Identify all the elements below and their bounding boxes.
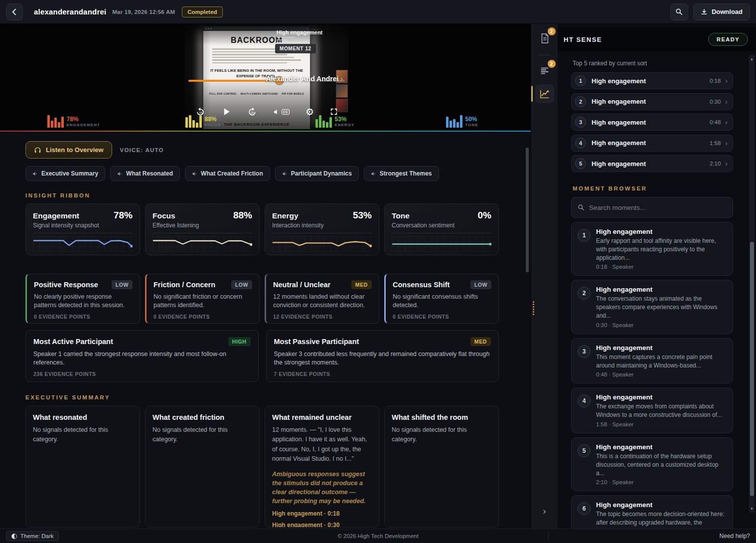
engagement-sparkline (33, 236, 133, 252)
signal-card-neutral-unclear: Neutral / UnclearMED 12 moments landed w… (265, 274, 379, 324)
signal-title: Positive Response (34, 281, 98, 289)
chevron-left-icon (10, 8, 18, 16)
copyright-text: © 2026 High Tech Development (0, 533, 756, 539)
chip-strongest-themes[interactable]: Strongest Themes (364, 166, 439, 181)
rail-transcript-button[interactable]: 2 (535, 61, 554, 80)
top5-time: 1:58 (710, 140, 721, 146)
rail-insights-button[interactable] (535, 84, 554, 103)
session-link[interactable]: Alexander And Andrei › (266, 75, 343, 83)
ready-status-badge[interactable]: READY (708, 33, 748, 46)
summary-body: No signals detected for this category. (152, 425, 252, 445)
chip-participant-dynamics[interactable]: Participant Dynamics (275, 166, 359, 181)
summary-card-friction: What created friction No signals detecte… (145, 406, 260, 528)
chip-executive-summary[interactable]: Executive Summary (25, 166, 105, 181)
scrollbar-thumb[interactable] (526, 148, 529, 272)
notification-badge: 2 (548, 60, 556, 68)
chip-label: Strongest Themes (380, 170, 432, 177)
rank-badge: 2 (578, 287, 591, 300)
download-label: Download (712, 8, 743, 15)
listen-overview-label: Listen to Overview (46, 146, 104, 154)
moment-card-5[interactable]: 5 High engagement This is a continuation… (571, 437, 733, 491)
download-button[interactable]: Download (693, 3, 750, 20)
rail-notes-button[interactable]: 2 (535, 29, 554, 48)
evidence-count: 7 EVIDENCE POINTS (274, 371, 491, 377)
level-badge: LOW (112, 280, 133, 289)
top5-item-2[interactable]: 2 High engagement 0:30 › (571, 93, 733, 110)
moment-meta: 0:18 · Speaker (596, 264, 727, 270)
insight-value: 0% (478, 210, 491, 221)
signal-title: Friction / Concern (153, 281, 215, 289)
evidence-count: 0 EVIDENCE POINTS (34, 314, 133, 320)
tool-rail: 2 2 › (531, 24, 558, 529)
summary-card-resonated: What resonated No signals detected for t… (25, 406, 140, 528)
insight-cards: Engagement78% Signal intensity snapshot … (25, 203, 499, 255)
listen-overview-button[interactable]: Listen to Overview (25, 141, 112, 159)
moment-description: The exchange moves from complaints about… (596, 402, 727, 419)
moment-description: Early rapport and tool affinity are visi… (596, 237, 727, 262)
volume-captions-button[interactable]: CC (273, 108, 290, 116)
search-button[interactable] (670, 3, 688, 20)
insight-ribbon-heading: INSIGHT RIBBON (25, 192, 499, 198)
speaker-icon (371, 171, 376, 177)
energy-bars-icon (315, 115, 332, 128)
metric-engagement[interactable]: 78%ENGAGEMENT (47, 115, 100, 128)
ht-sense-sidebar: HT SENSE READY Top 5 ranked by current s… (558, 24, 756, 529)
metric-focus[interactable]: 88%FOCUS (185, 115, 221, 128)
scroll-down-arrow[interactable]: ▼ (749, 506, 755, 512)
collapse-panel-button[interactable]: › (543, 506, 546, 517)
help-link[interactable]: Need help? (720, 533, 750, 540)
main-scrollbar[interactable] (526, 140, 529, 526)
top5-caption: Top 5 ranked by current sort (573, 60, 733, 67)
metric-label: ENGAGEMENT (67, 123, 100, 127)
signal-description: No significant consensus shifts detected… (393, 293, 491, 310)
top5-item-3[interactable]: 3 High engagement 0:48 › (571, 114, 733, 131)
speaker-icon (117, 171, 123, 177)
signal-title: Neutral / Unclear (273, 281, 330, 289)
top5-item-1[interactable]: 1 High engagement 0:18 › (571, 72, 733, 89)
participant-cards: Most Active ParticipantHIGH Speaker 1 ca… (25, 330, 499, 382)
moment-card-1[interactable]: 1 High engagement Early rapport and tool… (571, 222, 733, 276)
download-icon (701, 8, 708, 15)
moment-search[interactable] (571, 197, 733, 218)
drag-handle-dots[interactable] (533, 301, 534, 315)
participant-description: Speaker 3 contributed less frequently an… (274, 350, 491, 367)
rank-badge: 4 (575, 138, 586, 149)
moment-card-3[interactable]: 3 High engagement This moment captures a… (571, 338, 733, 384)
moment-card-4[interactable]: 4 High engagement The exchange moves fro… (571, 387, 733, 433)
top5-item-4[interactable]: 4 High engagement 1:58 › (571, 135, 733, 152)
top5-label: High engagement (592, 139, 646, 147)
most-passive-participant-card: Most Passive ParticipantMED Speaker 3 co… (266, 330, 499, 382)
metric-energy[interactable]: 53%ENERGY (315, 115, 354, 128)
tone-sparkline (392, 236, 491, 252)
metric-tone[interactable]: 50%TONE (446, 115, 478, 128)
chip-what-resonated[interactable]: What Resonated (110, 166, 180, 181)
evidence-count: 0 EVIDENCE POINTS (393, 314, 491, 320)
svg-text:15: 15 (199, 111, 202, 114)
moment-search-input[interactable] (589, 204, 727, 211)
session-label: Alexander And Andrei (266, 75, 338, 83)
moment-meta: 1:58 · Speaker (596, 421, 727, 427)
top5-time: 0:30 (710, 99, 721, 105)
summary-note: Ambiguous responses suggest the stimulus… (272, 470, 372, 506)
chip-label: Participant Dynamics (291, 170, 352, 177)
moment-card-6[interactable]: 6 High engagement The topic becomes more… (571, 495, 733, 529)
back-button[interactable] (6, 3, 23, 20)
app-root: alexanderandandrei Mar 19, 2026 12:56 AM… (0, 0, 756, 543)
fullscreen-button[interactable] (330, 108, 338, 116)
top5-item-5[interactable]: 5 High engagement 2:10 › (571, 155, 733, 172)
scroll-up-arrow[interactable]: ▲ (749, 56, 755, 62)
summary-card-shifted: What shifted the room No signals detecte… (384, 406, 499, 528)
moment-card-2[interactable]: 2 High engagement The conversation stays… (571, 280, 733, 334)
speaker-icon (32, 171, 38, 177)
chip-label: Executive Summary (41, 170, 98, 177)
chevron-right-icon: › (725, 140, 728, 147)
moment-link[interactable]: High engagement · 0:18 (272, 510, 372, 517)
sidebar-scrollbar[interactable]: ▲ ▼ (749, 55, 755, 513)
theme-toggle-button[interactable]: Theme: Dark (6, 531, 59, 541)
metric-label: FOCUS (205, 123, 221, 127)
audio-chips-row: Executive Summary What Resonated What Cr… (25, 166, 499, 181)
scrollbar-thumb[interactable] (750, 242, 754, 496)
chip-what-created-friction[interactable]: What Created Friction (185, 166, 270, 181)
signal-card-friction-concern: Friction / ConcernLOW No significant fri… (145, 274, 260, 324)
moment-link[interactable]: High engagement · 0:30 (272, 522, 372, 528)
